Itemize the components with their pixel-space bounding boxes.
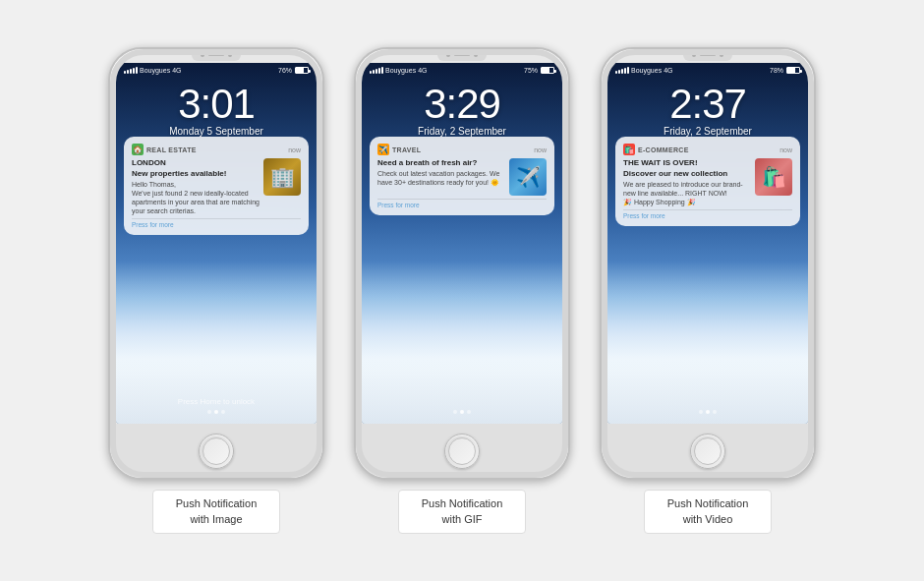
camera-area-1 — [192, 49, 241, 61]
network-text: 4G — [418, 67, 427, 74]
home-button-inner — [202, 437, 230, 465]
phone-1: Bouygues 4G 76% 3:01 Monday 5 September — [108, 47, 324, 480]
notif-app-info: 🏠 REAL ESTATE — [132, 144, 197, 155]
notif-message: Check out latest vacation packages. We h… — [377, 169, 505, 187]
carrier-text: Bouygues — [631, 67, 662, 74]
battery-percent: 78% — [770, 67, 783, 74]
camera-area-2 — [437, 49, 487, 61]
page-dots — [116, 410, 317, 414]
notif-body: Need a breath of fresh air? Check out la… — [377, 158, 547, 196]
signal-dot-3 — [621, 69, 623, 74]
notification-card-2: ✈️ TRAVEL now Need a breath of fresh air… — [370, 137, 554, 215]
signal-dot-5 — [136, 67, 138, 74]
carrier-text: Bouygues — [140, 67, 170, 74]
thumbnail-image: 🛍️ — [755, 158, 792, 196]
camera-area-3 — [683, 49, 732, 61]
camera-dot-2 — [474, 53, 478, 57]
phone-2: Bouygues 4G 75% 3:29 Friday, 2 September — [354, 47, 570, 480]
notif-header: 🛍️ E-COMMERCE now — [623, 144, 792, 155]
notif-title: LONDON — [132, 158, 260, 167]
battery-fill — [787, 68, 795, 73]
notif-app-name: E-COMMERCE — [638, 146, 689, 153]
lock-time-2: 3:29 Friday, 2 September — [362, 81, 562, 137]
page-dot-1 — [453, 410, 457, 414]
notif-press-more: Press for more — [623, 209, 792, 219]
status-right: 75% — [524, 67, 554, 74]
date-display: Friday, 2 September — [607, 126, 808, 137]
notif-header: 🏠 REAL ESTATE now — [132, 144, 301, 155]
phone-3: Bouygues 4G 78% 2:37 Friday, 2 September — [600, 47, 816, 480]
phone-screen-1: Bouygues 4G 76% 3:01 Monday 5 September — [116, 63, 317, 424]
cloud-layer — [362, 261, 562, 424]
battery-percent: 76% — [278, 67, 292, 74]
signal-dot-1 — [615, 71, 617, 74]
home-button-2[interactable] — [444, 434, 480, 469]
notification-card-3: 🛍️ E-COMMERCE now THE WAIT IS OVER! Disc… — [615, 137, 800, 226]
status-left: Bouygues 4G — [370, 67, 427, 74]
status-right: 78% — [770, 67, 800, 74]
camera-dot — [201, 53, 204, 57]
signal-dot-4 — [378, 68, 380, 74]
notif-app-info: ✈️ TRAVEL — [377, 144, 421, 155]
status-bar-3: Bouygues 4G 78% — [607, 67, 808, 74]
signal-dot-5 — [381, 67, 383, 74]
cloud-overlay — [362, 261, 562, 424]
notif-timestamp: now — [780, 146, 792, 153]
battery-icon — [786, 67, 800, 74]
phone-wrapper-3: Bouygues 4G 78% 2:37 Friday, 2 September — [600, 47, 816, 534]
notif-app-name: REAL ESTATE — [146, 146, 197, 153]
time-display: 3:01 — [116, 81, 317, 128]
lock-time-1: 3:01 Monday 5 September — [116, 81, 317, 137]
signal-dot-2 — [618, 70, 620, 74]
notif-text-content: Need a breath of fresh air? Check out la… — [377, 158, 505, 187]
camera-dot — [446, 53, 450, 57]
signal-dot-2 — [373, 70, 375, 74]
camera-dot — [692, 53, 696, 57]
notif-thumbnail: ✈️ — [509, 158, 547, 196]
home-button-1[interactable] — [199, 434, 234, 469]
signal-dot-4 — [133, 68, 135, 74]
notif-text-content: LONDON New properties available! Hello T… — [132, 158, 260, 215]
status-left: Bouygues 4G — [615, 67, 672, 74]
notif-timestamp: now — [534, 146, 547, 153]
date-display: Monday 5 September — [116, 126, 317, 137]
page-dot-1 — [207, 410, 211, 414]
notif-press-more: Press for more — [132, 218, 301, 228]
home-button-3[interactable] — [690, 434, 725, 469]
time-display: 2:37 — [607, 81, 808, 128]
notif-subtitle: Discover our new collection — [623, 169, 751, 178]
caption-box-2: Push Notificationwith GIF — [398, 490, 526, 534]
page-dot-3 — [713, 410, 717, 414]
status-left: Bouygues 4G — [124, 67, 181, 74]
cloud-overlay — [607, 261, 808, 424]
battery-percent: 75% — [524, 67, 538, 74]
lock-time-3: 2:37 Friday, 2 September — [607, 81, 808, 137]
carrier-text: Bouygues — [385, 67, 416, 74]
notification-card-1: 🏠 REAL ESTATE now LONDON New properties … — [124, 137, 309, 235]
signal-dot-4 — [624, 68, 626, 74]
battery-fill — [542, 68, 549, 73]
phone-bottom-2 — [356, 424, 568, 478]
battery-icon — [295, 67, 309, 74]
page-dot-3 — [467, 410, 471, 414]
notif-body: THE WAIT IS OVER! Discover our new colle… — [623, 158, 792, 206]
signal-dot-2 — [127, 70, 129, 74]
page-dot-2 — [460, 410, 464, 414]
date-display: Friday, 2 September — [362, 126, 562, 137]
speaker-slot — [700, 54, 716, 56]
notif-timestamp: now — [288, 146, 301, 153]
phone-wrapper-1: Bouygues 4G 76% 3:01 Monday 5 September — [108, 47, 324, 534]
notif-subtitle: New properties available! — [132, 169, 260, 178]
battery-icon — [541, 67, 554, 74]
notif-text-content: THE WAIT IS OVER! Discover our new colle… — [623, 158, 751, 206]
notif-header: ✈️ TRAVEL now — [377, 144, 547, 155]
network-text: 4G — [664, 67, 672, 74]
network-text: 4G — [172, 67, 181, 74]
thumbnail-image: 🏢 — [263, 158, 301, 196]
notif-body: LONDON New properties available! Hello T… — [132, 158, 301, 215]
notif-title: Need a breath of fresh air? — [377, 158, 505, 167]
notif-app-info: 🛍️ E-COMMERCE — [623, 144, 689, 155]
home-button-inner — [448, 437, 476, 465]
camera-dot-2 — [228, 53, 232, 57]
caption-box-1: Push Notificationwith Image — [152, 490, 280, 534]
